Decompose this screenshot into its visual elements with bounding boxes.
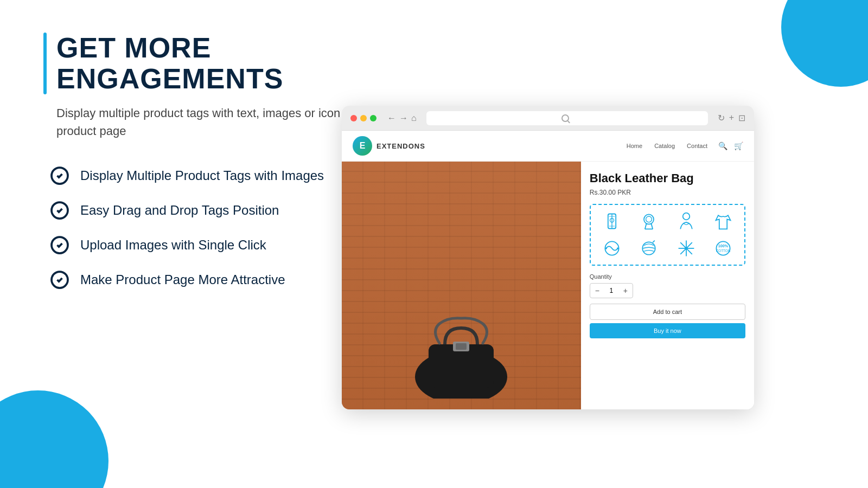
nav-home-icon[interactable]: ⌂: [411, 113, 417, 123]
tag-item-4: [706, 209, 740, 233]
store-nav: Home Catalog Contact: [627, 143, 707, 149]
feature-item-2: Easy Drag and Drop Tags Position: [50, 201, 380, 220]
browser-content: E EXTENDONS Home Catalog Contact 🔍 🛒: [342, 131, 754, 409]
nav-back-icon[interactable]: ←: [387, 113, 396, 123]
logo-circle: E: [353, 136, 372, 156]
browser-nav-icons: ← → ⌂: [387, 113, 417, 123]
product-details: Black Leather Bag Rs.30.00 PKR: [581, 162, 754, 409]
nav-catalog[interactable]: Catalog: [654, 143, 675, 149]
browser-address-bar[interactable]: [426, 111, 708, 125]
refresh-icon[interactable]: ↻: [718, 113, 725, 123]
browser-right-icons: ↻ + ⊡: [718, 113, 745, 123]
tag-item-1: [595, 209, 629, 233]
nav-home[interactable]: Home: [627, 143, 642, 149]
svg-point-18: [682, 213, 690, 220]
store-name: EXTENDONS: [376, 142, 425, 150]
left-content-section: GET MORE ENGAGEMENTS Display multiple pr…: [43, 33, 380, 305]
more-icon[interactable]: ⊡: [738, 113, 745, 123]
browser-toolbar: ← → ⌂ ↻ + ⊡: [342, 106, 754, 131]
tag-icon-cotton: 100% COTTON: [713, 239, 733, 258]
svg-line-15: [645, 224, 647, 229]
svg-line-23: [653, 241, 655, 243]
store-logo: E EXTENDONS: [353, 136, 425, 156]
svg-rect-7: [456, 343, 467, 350]
svg-line-16: [652, 224, 653, 229]
feature-label-3: Upload Images with Single Click: [80, 237, 266, 253]
tag-icon-snowflake: [676, 239, 696, 258]
tag-icon-shirt: [713, 211, 733, 231]
store-search-icon[interactable]: 🔍: [718, 142, 727, 150]
quantity-increase-button[interactable]: +: [618, 284, 633, 298]
svg-text:COTTON: COTTON: [716, 249, 731, 253]
nav-forward-icon[interactable]: →: [399, 113, 408, 123]
tag-item-8: 100% COTTON: [706, 236, 740, 260]
decorative-blob-bottom-left: [0, 390, 108, 488]
store-nav-icons: 🔍 🛒: [718, 142, 743, 150]
main-subheading: Display multiple product tags with text,…: [56, 104, 380, 140]
product-price: Rs.30.00 PKR: [590, 189, 745, 196]
tag-icon-person: [676, 211, 696, 231]
check-icon-2: [50, 201, 69, 220]
browser-mockup: ← → ⌂ ↻ + ⊡ E EXTENDONS Home Catalog: [342, 106, 754, 409]
store-cart-icon[interactable]: 🛒: [734, 142, 743, 150]
address-search-icon: [561, 114, 569, 122]
tag-item-2: [632, 209, 666, 233]
dot-red[interactable]: [350, 115, 357, 121]
store-header: E EXTENDONS Home Catalog Contact 🔍 🛒: [342, 131, 754, 162]
product-title: Black Leather Bag: [590, 171, 745, 185]
logo-letter: E: [360, 141, 366, 151]
product-image-container: [342, 162, 581, 409]
decorative-blob-top-right: [781, 0, 868, 87]
tag-icon-award: [639, 211, 659, 231]
product-tags-grid: 100% COTTON: [590, 204, 745, 266]
new-tab-icon[interactable]: +: [729, 113, 734, 123]
feature-item-4: Make Product Page More Attractive: [50, 270, 380, 290]
heading-block: GET MORE ENGAGEMENTS: [43, 33, 380, 94]
quantity-label: Quantity: [590, 273, 745, 280]
svg-point-14: [646, 216, 652, 222]
heading-bar: [43, 33, 47, 94]
tag-item-7: [669, 236, 703, 260]
tag-icon-sewing: [602, 211, 622, 231]
features-list: Display Multiple Product Tags with Image…: [50, 166, 380, 290]
add-to-cart-button[interactable]: Add to cart: [590, 304, 745, 320]
tag-item-6: [632, 236, 666, 260]
dot-green[interactable]: [370, 115, 376, 121]
svg-point-21: [617, 247, 619, 249]
check-icon-3: [50, 235, 69, 255]
feature-label-1: Display Multiple Product Tags with Image…: [80, 168, 324, 183]
nav-contact[interactable]: Contact: [687, 143, 707, 149]
browser-dots: [350, 115, 376, 121]
product-image: [342, 162, 581, 409]
feature-label-2: Easy Drag and Drop Tags Position: [80, 203, 279, 218]
main-heading: GET MORE ENGAGEMENTS: [56, 33, 380, 94]
tag-icon-stitch: [602, 239, 622, 258]
product-area: Black Leather Bag Rs.30.00 PKR: [342, 162, 754, 409]
tag-item-5: [595, 236, 629, 260]
buy-it-now-button[interactable]: Buy it now: [590, 323, 745, 338]
quantity-control: − 1 +: [590, 283, 633, 298]
svg-point-20: [605, 247, 607, 249]
feature-item-1: Display Multiple Product Tags with Image…: [50, 166, 380, 185]
svg-text:100%: 100%: [718, 243, 729, 248]
check-icon-1: [50, 166, 69, 185]
dot-yellow[interactable]: [360, 115, 367, 121]
feature-item-3: Upload Images with Single Click: [50, 235, 380, 255]
bag-svg: [401, 290, 521, 399]
tag-icon-yarn: [639, 239, 659, 258]
check-icon-4: [50, 270, 69, 290]
quantity-decrease-button[interactable]: −: [590, 284, 604, 298]
svg-point-28: [685, 247, 687, 249]
feature-label-4: Make Product Page More Attractive: [80, 272, 285, 287]
tag-item-3: [669, 209, 703, 233]
quantity-value: 1: [604, 287, 618, 294]
svg-point-13: [644, 214, 654, 224]
